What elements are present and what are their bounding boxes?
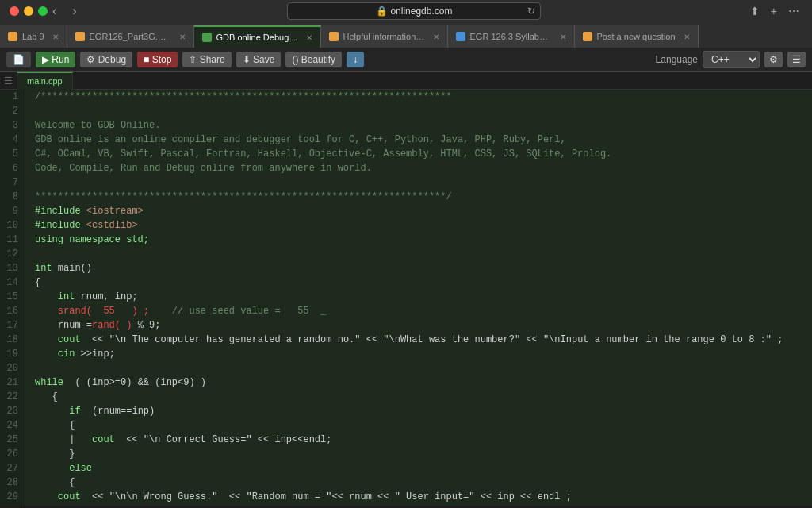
tab-label: Post a new question (597, 32, 676, 41)
tab-label: EGR 126.3 Syllabus.docx - Goo... (470, 32, 552, 41)
code-line: } (35, 504, 802, 506)
tab-gdb[interactable]: GDB online Debugger | Compil... ✕ (194, 25, 321, 48)
editor-container: 1234567891011121314151617181920212223242… (0, 90, 812, 506)
code-line: if (rnum==inp) (35, 404, 802, 418)
share-button[interactable]: ⇧ Share (182, 52, 231, 67)
code-line: else (35, 461, 802, 475)
code-line: { (35, 275, 802, 290)
line-numbers: 1234567891011121314151617181920212223242… (0, 90, 25, 506)
address-bar-container: 🔒 onlinegdb.com ↻ (82, 2, 747, 20)
tab-post-question[interactable]: Post a new question ✕ (575, 25, 699, 48)
code-line: cout << "\n The computer has generated a… (35, 333, 802, 347)
code-line: rnum =rand( ) % 9; (35, 318, 802, 333)
tab-favicon (583, 32, 592, 41)
code-line: #include <iostream> (35, 204, 802, 218)
settings-icon-button[interactable]: ⚙ (764, 52, 783, 67)
code-line: /***************************************… (35, 90, 802, 104)
file-tab-label: main.cpp (27, 76, 63, 86)
save-button[interactable]: ⬇ Save (236, 52, 282, 67)
code-line: cout << "\n\n Wrong Guess." << "Random n… (35, 490, 802, 504)
tab-favicon (75, 32, 85, 41)
tab-label: EGR126_Part3G.ppt: EGR 126:... (90, 32, 171, 41)
extra-menu-button[interactable]: ☰ (787, 52, 806, 67)
code-line (35, 104, 802, 118)
code-line: GDB online is an online compiler and deb… (35, 133, 802, 147)
sidebar-toggle-icon[interactable]: ☰ (4, 75, 13, 87)
tab-close-icon[interactable]: ✕ (179, 33, 186, 41)
code-line: } (35, 447, 802, 461)
beautify-button[interactable]: () Beautify (285, 52, 342, 67)
code-line (35, 361, 802, 375)
address-bar[interactable]: 🔒 onlinegdb.com ↻ (287, 2, 541, 20)
code-line: int main() (35, 261, 802, 275)
tab-lab9[interactable]: Lab 9 ✕ (0, 25, 67, 48)
refresh-icon[interactable]: ↻ (527, 6, 535, 17)
tab-close-icon[interactable]: ✕ (306, 33, 312, 42)
code-line: C#, OCaml, VB, Swift, Pascal, Fortran, H… (35, 147, 802, 161)
tab-label: Lab 9 (22, 32, 44, 41)
code-line: cin >>inp; (35, 347, 802, 361)
tab-label: GDB online Debugger | Compil... (216, 33, 298, 42)
title-bar: ‹ › 🔒 onlinegdb.com ↻ ⬆ + ⋯ (0, 0, 812, 22)
tab-close-icon[interactable]: ✕ (52, 33, 59, 41)
share-browser-button[interactable]: ⬆ (747, 3, 763, 19)
code-line: int rnum, inp; (35, 290, 802, 304)
run-label: ▶ Run (42, 54, 69, 65)
toolbar: 📄 ▶ Run ⚙ Debug ■ Stop ⇧ Share ⬇ Save ()… (0, 48, 812, 72)
tab-egr126[interactable]: EGR126_Part3G.ppt: EGR 126:... ✕ (67, 25, 194, 48)
window-controls (10, 6, 48, 16)
file-tab-bar: ☰ main.cpp (0, 72, 812, 90)
back-button[interactable]: ‹ (48, 2, 61, 20)
minimize-button[interactable] (24, 6, 33, 16)
file-button[interactable]: 📄 (6, 52, 31, 67)
code-line (35, 175, 802, 190)
tab-favicon (329, 32, 339, 41)
maximize-button[interactable] (38, 6, 48, 16)
beautify-label: () Beautify (292, 54, 335, 65)
tab-syllabus[interactable]: EGR 126.3 Syllabus.docx - Goo... ✕ (448, 25, 575, 48)
tab-favicon (202, 33, 212, 42)
tab-helpful[interactable]: Helpful information and Links -... ✕ (321, 25, 448, 48)
stop-label: ■ Stop (144, 54, 171, 65)
code-line (35, 247, 802, 261)
code-line: { (35, 418, 802, 433)
file-tab-main-cpp[interactable]: main.cpp (17, 72, 73, 90)
stop-button[interactable]: ■ Stop (137, 52, 178, 67)
code-line: Code, Compile, Run and Debug online from… (35, 161, 802, 175)
tab-label: Helpful information and Links -... (343, 32, 425, 41)
close-button[interactable] (10, 6, 19, 16)
browser-actions: ⬆ + ⋯ (747, 3, 802, 19)
code-line: ****************************************… (35, 190, 802, 204)
download-icon: ↓ (353, 54, 358, 65)
code-line: { (35, 475, 802, 490)
code-line: srand( 55 ) ; // use seed value = 55 _ (35, 304, 802, 318)
run-button[interactable]: ▶ Run (36, 52, 75, 67)
language-label: Language (656, 54, 698, 65)
tab-favicon (456, 32, 465, 41)
file-icon: 📄 (13, 54, 25, 65)
download-button[interactable]: ↓ (347, 52, 364, 67)
language-dropdown[interactable]: C++ C Python Java (703, 51, 760, 68)
tab-close-icon[interactable]: ✕ (684, 33, 690, 41)
new-tab-button[interactable]: + (768, 3, 780, 19)
tab-close-icon[interactable]: ✕ (560, 33, 566, 41)
code-area[interactable]: /***************************************… (25, 90, 812, 506)
forward-button[interactable]: › (67, 2, 81, 20)
lock-icon: 🔒 (376, 6, 388, 17)
url-text: onlinegdb.com (390, 6, 452, 17)
code-line: using namespace std; (35, 233, 802, 247)
save-label: ⬇ Save (243, 54, 275, 65)
debug-button[interactable]: ⚙ Debug (80, 52, 132, 67)
extensions-button[interactable]: ⋯ (785, 3, 802, 19)
nav-controls: ‹ › (48, 2, 82, 20)
code-line: while ( (inp>=0) && (inp<9) ) (35, 375, 802, 390)
debug-label: ⚙ Debug (86, 54, 126, 65)
code-line: #include <cstdlib> (35, 218, 802, 233)
code-line: | cout << "\n Correct Guess=" << inp<<en… (35, 433, 802, 447)
tab-favicon (8, 32, 17, 41)
language-selector: Language C++ C Python Java ⚙ ☰ (656, 51, 806, 68)
tab-close-icon[interactable]: ✕ (433, 33, 439, 41)
tabs-bar: Lab 9 ✕ EGR126_Part3G.ppt: EGR 126:... ✕… (0, 22, 812, 48)
code-line: { (35, 390, 802, 404)
share-label: ⇧ Share (189, 54, 224, 65)
